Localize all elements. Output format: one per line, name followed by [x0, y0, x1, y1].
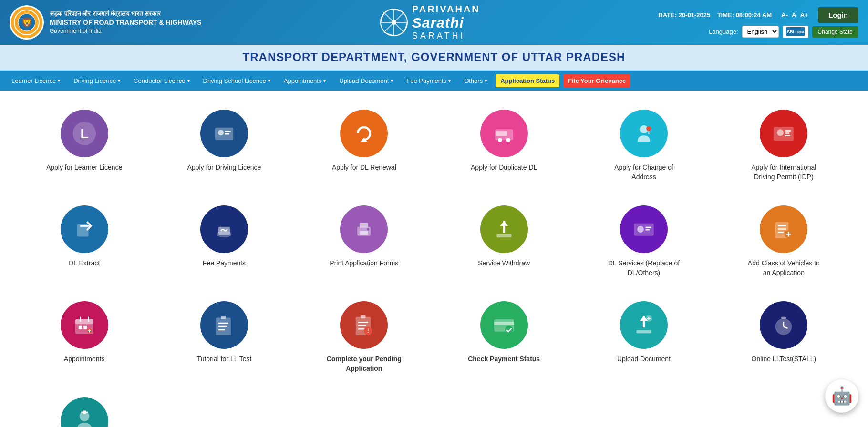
change-state-button[interactable]: Change State	[812, 26, 858, 38]
nav-learner-licence[interactable]: Learner Licence ▾	[5, 72, 67, 89]
icon-circle-10	[620, 205, 668, 253]
language-label: Language:	[709, 28, 738, 35]
icon-circle-3	[480, 110, 528, 157]
nav-arrow-appointments: ▾	[323, 78, 326, 83]
icon-label-5: Apply for International Driving Permit (…	[745, 163, 822, 182]
svg-rect-49	[645, 229, 650, 231]
svg-rect-52	[778, 228, 786, 230]
icon-card-15[interactable]: Check Payment Status	[439, 296, 569, 378]
nav-application-status[interactable]: Application Status	[496, 74, 559, 87]
icon-card-10[interactable]: DL Services (Replace of DL/Others)	[579, 201, 709, 282]
svg-rect-79	[494, 322, 514, 325]
icon-card-17[interactable]: Online LLTest(STALL)	[719, 296, 849, 378]
icon-card-5[interactable]: Apply for International Driving Permit (…	[719, 105, 849, 186]
svg-rect-45	[496, 234, 511, 238]
icon-label-10: DL Services (Replace of DL/Others)	[606, 259, 682, 277]
icon-card-16[interactable]: Upload Document	[579, 296, 709, 378]
icon-card-7[interactable]: Fee Payments	[159, 201, 289, 282]
nav-file-grievance[interactable]: File Your Grievance	[563, 74, 630, 87]
icon-card-0[interactable]: LApply for Learner Licence	[19, 105, 149, 186]
icon-circle-12	[61, 301, 108, 349]
svg-rect-35	[785, 135, 790, 136]
wheel-icon	[380, 8, 408, 37]
page-title-bar: TRANSPORT DEPARTMENT, GOVERNMENT OF UTTA…	[0, 45, 868, 71]
icon-label-15: Check Payment Status	[468, 355, 540, 364]
svg-text:!: !	[367, 328, 369, 335]
icon-card-2[interactable]: Apply for DL Renewal	[299, 105, 429, 186]
svg-rect-22	[225, 133, 229, 135]
site-header: 🦁 सड़क परिवहन और राजमार्ग मंत्रालय भारत …	[0, 0, 868, 45]
icon-card-12[interactable]: Appointments	[19, 296, 149, 378]
ministry-english: MINISTRY OF ROAD TRANSPORT & HIGHWAYS	[50, 18, 201, 28]
nav-driving-school-licence[interactable]: Driving School Licence ▾	[196, 72, 277, 89]
font-normal-button[interactable]: A	[792, 11, 796, 19]
font-decrease-button[interactable]: A-	[781, 11, 788, 19]
svg-rect-31	[774, 127, 794, 141]
svg-point-29	[646, 126, 651, 131]
icon-label-2: Apply for DL Renewal	[332, 163, 396, 173]
icon-card-8[interactable]: Print Application Forms	[299, 201, 429, 282]
nav-others[interactable]: Others ▾	[457, 72, 494, 89]
svg-rect-89	[781, 317, 786, 319]
icon-card-6[interactable]: DL Extract	[19, 201, 149, 282]
svg-point-20	[218, 130, 224, 135]
icon-circle-2	[340, 110, 388, 157]
sarathi-brand: PARIVAHAN Sarathi SARATHI	[380, 4, 480, 41]
icon-label-11: Add Class of Vehicles to an Application	[745, 259, 822, 277]
svg-rect-62	[83, 326, 87, 329]
icon-card-13[interactable]: Tutorial for LL Test	[159, 296, 289, 378]
sarathi-logo: PARIVAHAN Sarathi SARATHI	[201, 4, 658, 41]
svg-rect-19	[215, 128, 233, 140]
nav-arrow-fee: ▾	[448, 78, 451, 83]
svg-point-32	[777, 129, 784, 136]
page-title: TRANSPORT DEPARTMENT, GOVERNMENT OF UTTA…	[6, 51, 862, 64]
icon-card-3[interactable]: Apply for Duplicate DL	[439, 105, 569, 186]
icon-label-7: Fee Payments	[203, 259, 246, 268]
icon-card-18[interactable]: Medical Certificate	[19, 393, 149, 427]
svg-rect-72	[361, 315, 365, 319]
datetime-display: DATE: 20-01-2025 TIME: 08:00:24 AM	[658, 11, 772, 19]
icon-card-4[interactable]: Apply for Change of Address	[579, 105, 709, 186]
nav-appointments[interactable]: Appointments ▾	[277, 72, 333, 89]
svg-rect-51	[778, 225, 786, 227]
sarathi-sub-text: SARATHI	[412, 31, 480, 41]
svg-rect-70	[218, 329, 225, 331]
services-grid: LApply for Learner LicenceApply for Driv…	[19, 105, 849, 427]
icon-card-11[interactable]: Add Class of Vehicles to an Application	[719, 201, 849, 282]
nav-conductor-licence[interactable]: Conductor Licence ▾	[127, 72, 196, 89]
login-button[interactable]: Login	[818, 7, 858, 23]
time-value: 08:00:24 AM	[736, 11, 772, 19]
nav-fee-payments[interactable]: Fee Payments ▾	[400, 72, 457, 89]
nav-driving-licence[interactable]: Driving Licence ▾	[67, 72, 127, 89]
nav-arrow-conductor: ▾	[187, 78, 190, 83]
icon-label-14: Complete your Pending Application	[326, 355, 402, 373]
ministry-branding: 🦁 सड़क परिवहन और राजमार्ग मंत्रालय भारत …	[10, 5, 201, 40]
ministry-text: सड़क परिवहन और राजमार्ग मंत्रालय भारत सर…	[50, 10, 201, 36]
time-label: TIME:	[717, 11, 734, 19]
svg-point-26	[506, 138, 510, 142]
icon-card-1[interactable]: Apply for Driving Licence	[159, 105, 289, 186]
icon-label-13: Tutorial for LL Test	[197, 355, 252, 364]
icon-label-17: Online LLTest(STALL)	[752, 355, 816, 364]
icon-circle-7	[200, 205, 248, 253]
icon-label-8: Print Application Forms	[330, 259, 398, 268]
svg-text:CDNC: CDNC	[796, 30, 805, 34]
font-increase-button[interactable]: A+	[800, 11, 808, 19]
icon-circle-15	[480, 301, 528, 349]
icon-card-9[interactable]: Service Withdraw	[439, 201, 569, 282]
nav-upload-document[interactable]: Upload Document ▾	[332, 72, 400, 89]
icon-circle-1	[200, 110, 248, 157]
icon-label-9: Service Withdraw	[478, 259, 530, 268]
ministry-hindi: सड़क परिवहन और राजमार्ग मंत्रालय भारत सर…	[50, 10, 201, 18]
svg-rect-74	[358, 325, 366, 326]
date-label: DATE:	[658, 11, 677, 19]
chatbot-button[interactable]: 🤖	[825, 379, 858, 413]
sarathi-text: Sarathi	[412, 15, 480, 31]
nav-arrow-others: ▾	[485, 78, 487, 83]
icon-card-14[interactable]: !Complete your Pending Application	[299, 296, 429, 378]
language-select[interactable]: EnglishHindi	[742, 26, 779, 38]
header-right-panel: DATE: 20-01-2025 TIME: 08:00:24 AM A- A …	[658, 7, 858, 38]
icon-circle-8	[340, 205, 388, 253]
icon-circle-14: !	[340, 301, 388, 349]
main-content: LApply for Learner LicenceApply for Driv…	[0, 91, 868, 427]
